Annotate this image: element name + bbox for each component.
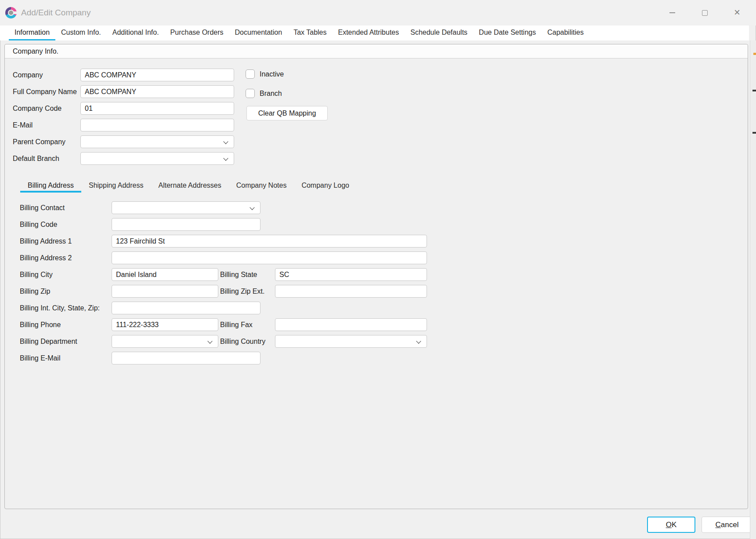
- cancel-button-label: ancel: [721, 521, 739, 529]
- billing-country-label: Billing Country: [220, 335, 265, 348]
- parent-company-select[interactable]: [80, 135, 234, 148]
- edge-artifact: [752, 90, 756, 91]
- email-input[interactable]: [80, 119, 234, 131]
- clear-qb-mapping-button[interactable]: Clear QB Mapping: [246, 106, 328, 120]
- parent-company-label: Parent Company: [13, 135, 65, 148]
- window-title: Add/Edit Company: [21, 0, 90, 25]
- tab-purchase-orders[interactable]: Purchase Orders: [165, 25, 229, 40]
- tab-custom-info[interactable]: Custom Info.: [55, 25, 107, 40]
- billing-department-select[interactable]: [112, 335, 218, 348]
- app-logo-icon: [5, 7, 17, 18]
- billing-fax-input[interactable]: [275, 318, 427, 331]
- close-button[interactable]: ×: [727, 3, 747, 22]
- chevron-down-icon: [416, 339, 421, 343]
- ok-button-label: K: [672, 521, 676, 529]
- billing-zip-ext-input[interactable]: [275, 285, 427, 298]
- titlebar[interactable]: Add/Edit Company ×: [0, 0, 756, 25]
- maximize-button[interactable]: [695, 3, 715, 22]
- ok-button[interactable]: OK: [647, 517, 695, 533]
- billing-fax-label: Billing Fax: [220, 318, 253, 331]
- billing-zip-ext-label: Billing Zip Ext.: [220, 285, 264, 298]
- subtab-company-logo[interactable]: Company Logo: [294, 180, 357, 193]
- chevron-down-icon: [250, 205, 254, 210]
- maximize-icon: [702, 10, 708, 16]
- billing-department-label: Billing Department: [20, 335, 77, 348]
- billing-zip-input[interactable]: [112, 285, 218, 298]
- edge-artifact: [752, 132, 756, 134]
- tab-tax-tables[interactable]: Tax Tables: [288, 25, 332, 40]
- billing-city-input[interactable]: [112, 268, 218, 281]
- billing-address2-input[interactable]: [112, 251, 427, 264]
- tab-additional-info[interactable]: Additional Info.: [107, 25, 165, 40]
- billing-phone-input[interactable]: [112, 318, 218, 331]
- billing-int-city-input[interactable]: [112, 302, 260, 314]
- subtab-alternate-addresses[interactable]: Alternate Addresses: [151, 180, 228, 193]
- default-branch-select[interactable]: [80, 152, 234, 165]
- full-company-name-label: Full Company Name: [13, 85, 77, 98]
- cancel-button[interactable]: Cancel: [702, 517, 752, 533]
- ok-button-accesskey: O: [666, 521, 672, 529]
- billing-contact-label: Billing Contact: [20, 201, 65, 214]
- billing-address1-input[interactable]: [112, 235, 427, 248]
- chevron-down-icon: [223, 139, 228, 144]
- branch-checkbox[interactable]: [246, 89, 255, 98]
- billing-state-label: Billing State: [220, 268, 257, 281]
- company-code-label: Company Code: [13, 102, 61, 115]
- email-label: E-Mail: [13, 119, 33, 131]
- background-window-edge: [750, 40, 756, 539]
- subtab-billing-address[interactable]: Billing Address: [20, 180, 81, 193]
- billing-address1-label: Billing Address 1: [20, 235, 72, 248]
- company-info-groupbox: Company Info. Company Full Company Name …: [4, 44, 748, 509]
- billing-zip-label: Billing Zip: [20, 285, 50, 298]
- billing-code-input[interactable]: [112, 218, 260, 231]
- company-label: Company: [13, 69, 43, 81]
- billing-email-label: Billing E-Mail: [20, 352, 60, 364]
- billing-contact-select[interactable]: [112, 201, 260, 214]
- tab-documentation[interactable]: Documentation: [229, 25, 288, 40]
- group-title: Company Info.: [5, 44, 748, 58]
- company-code-input[interactable]: [80, 102, 234, 115]
- subtab-shipping-address[interactable]: Shipping Address: [81, 180, 151, 193]
- full-company-name-input[interactable]: [80, 85, 234, 98]
- branch-checkbox-label: Branch: [260, 89, 282, 98]
- tab-extended-attributes[interactable]: Extended Attributes: [332, 25, 405, 40]
- billing-state-input[interactable]: [275, 268, 427, 281]
- chevron-down-icon: [223, 156, 228, 160]
- inactive-checkbox-label: Inactive: [260, 69, 284, 79]
- cancel-button-accesskey: C: [716, 521, 721, 529]
- subtab-company-notes[interactable]: Company Notes: [229, 180, 294, 193]
- inactive-checkbox[interactable]: [246, 69, 255, 79]
- billing-address2-label: Billing Address 2: [20, 251, 72, 264]
- minimize-button[interactable]: [662, 3, 682, 22]
- billing-email-input[interactable]: [112, 352, 260, 364]
- billing-code-label: Billing Code: [20, 218, 57, 231]
- billing-country-select[interactable]: [275, 335, 427, 348]
- address-tabbar: Billing Address Shipping Address Alterna…: [20, 180, 357, 193]
- default-branch-label: Default Branch: [13, 152, 59, 165]
- tab-capabilities[interactable]: Capabilities: [542, 25, 590, 40]
- tab-information[interactable]: Information: [9, 25, 55, 40]
- close-icon: ×: [734, 7, 740, 18]
- add-edit-company-dialog: Add/Edit Company × Information Custom In…: [0, 0, 756, 539]
- tab-due-date-settings[interactable]: Due Date Settings: [473, 25, 542, 40]
- billing-int-city-label: Billing Int. City, State, Zip:: [20, 302, 100, 314]
- chevron-down-icon: [207, 339, 212, 343]
- billing-phone-label: Billing Phone: [20, 318, 61, 331]
- tab-schedule-defaults[interactable]: Schedule Defaults: [405, 25, 473, 40]
- main-tabbar: Information Custom Info. Additional Info…: [0, 25, 749, 40]
- company-input[interactable]: [80, 69, 234, 81]
- edge-artifact: [753, 53, 756, 55]
- minimize-icon: [669, 12, 675, 13]
- billing-city-label: Billing City: [20, 268, 53, 281]
